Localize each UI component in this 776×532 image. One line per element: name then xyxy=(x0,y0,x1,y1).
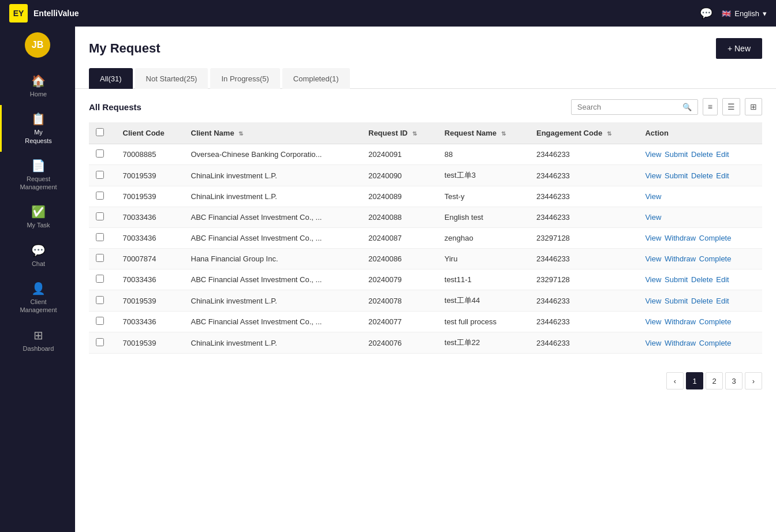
table-section-title: All Requests xyxy=(89,102,141,112)
sidebar-item-home[interactable]: 🏠 Home xyxy=(0,67,75,105)
cell-client_code-9: 70019539 xyxy=(116,332,184,354)
cell-engagement_code-9: 23446233 xyxy=(529,332,638,354)
action-view-0[interactable]: View xyxy=(645,150,661,159)
search-box[interactable]: 🔍 xyxy=(571,99,698,115)
table-row: 70019539ChinaLink investment L.P.2024007… xyxy=(89,332,762,354)
tab-completed[interactable]: Completed(1) xyxy=(282,68,350,89)
cell-client_code-8: 70033436 xyxy=(116,312,184,332)
new-button[interactable]: + New xyxy=(716,38,762,59)
cell-action-2: View xyxy=(638,186,762,207)
table-row: 70033436ABC Financial Asset Investment C… xyxy=(89,312,762,332)
cell-engagement_code-8: 23446233 xyxy=(529,312,638,332)
sidebar-item-request-management[interactable]: 📄 RequestManagement xyxy=(0,152,75,198)
avatar: JB xyxy=(25,32,50,58)
action-complete-4[interactable]: Complete xyxy=(699,234,732,242)
action-edit-1[interactable]: Edit xyxy=(716,171,729,180)
sidebar-item-client-management[interactable]: 👤 ClientManagement xyxy=(0,275,75,321)
tab-in-progress[interactable]: In Progress(5) xyxy=(210,68,279,89)
tabs-bar: All(31) Not Started(25) In Progress(5) C… xyxy=(75,68,776,89)
select-all-header[interactable] xyxy=(89,122,116,144)
pagination-prev[interactable]: ‹ xyxy=(666,372,684,389)
row-checkbox-8[interactable] xyxy=(96,317,104,325)
cell-client_name-2: ChinaLink investment L.P. xyxy=(184,186,362,207)
pagination-page-2[interactable]: 2 xyxy=(706,372,723,389)
action-delete-0[interactable]: Delete xyxy=(691,150,713,159)
my-requests-icon: 📋 xyxy=(31,112,46,126)
cell-request_id-9: 20240076 xyxy=(361,332,438,354)
action-withdraw-9[interactable]: Withdraw xyxy=(665,339,696,347)
language-selector[interactable]: 🇬🇧 English ▾ xyxy=(722,9,767,18)
sidebar-item-my-requests[interactable]: 📋 MyRequests xyxy=(0,105,75,152)
cell-request_name-3: English test xyxy=(438,207,529,228)
row-checkbox-4[interactable] xyxy=(96,233,104,241)
request-name-sort-icon: ⇅ xyxy=(501,130,506,137)
tab-all[interactable]: All(31) xyxy=(89,68,133,89)
engagement-code-sort-icon: ⇅ xyxy=(607,130,611,137)
row-checkbox-3[interactable] xyxy=(96,212,104,220)
table-header-row: Client Code Client Name ⇅ Request ID ⇅ R… xyxy=(89,122,762,144)
col-client-name[interactable]: Client Name ⇅ xyxy=(184,122,362,144)
ey-logo-icon: EY xyxy=(9,4,28,23)
action-submit-1[interactable]: Submit xyxy=(665,171,688,180)
action-view-8[interactable]: View xyxy=(645,317,661,326)
sidebar-item-dashboard[interactable]: ⊞ Dashboard xyxy=(0,321,75,359)
language-label: English xyxy=(734,9,759,18)
action-withdraw-5[interactable]: Withdraw xyxy=(665,254,696,263)
action-view-7[interactable]: View xyxy=(645,297,661,305)
action-submit-7[interactable]: Submit xyxy=(665,297,688,305)
pagination-next[interactable]: › xyxy=(745,372,762,389)
row-checkbox-6[interactable] xyxy=(96,275,104,283)
action-view-4[interactable]: View xyxy=(645,234,661,242)
sidebar-label-chat: Chat xyxy=(32,260,45,268)
action-edit-7[interactable]: Edit xyxy=(716,297,729,305)
cell-request_id-7: 20240078 xyxy=(361,290,438,312)
list-view-button[interactable]: ☰ xyxy=(722,98,740,115)
action-delete-6[interactable]: Delete xyxy=(691,275,713,284)
grid-view-button[interactable]: ⊞ xyxy=(745,98,762,115)
action-complete-5[interactable]: Complete xyxy=(699,254,732,263)
col-client-code: Client Code xyxy=(116,122,184,144)
chat-icon[interactable]: 💬 xyxy=(700,7,712,20)
action-submit-6[interactable]: Submit xyxy=(665,275,688,284)
action-edit-6[interactable]: Edit xyxy=(716,275,729,284)
layout: JB 🏠 Home 📋 MyRequests 📄 RequestManageme… xyxy=(0,27,776,532)
pagination-page-1[interactable]: 1 xyxy=(686,372,703,389)
topbar-left: EY EntelliValue xyxy=(9,4,79,23)
cell-client_name-5: Hana Financial Group Inc. xyxy=(184,249,362,269)
action-withdraw-4[interactable]: Withdraw xyxy=(665,234,696,242)
search-input[interactable] xyxy=(577,103,682,111)
col-engagement-code[interactable]: Engagement Code ⇅ xyxy=(529,122,638,144)
action-edit-0[interactable]: Edit xyxy=(716,150,729,159)
row-checkbox-0[interactable] xyxy=(96,149,104,158)
action-view-1[interactable]: View xyxy=(645,171,661,180)
action-withdraw-8[interactable]: Withdraw xyxy=(665,317,696,326)
row-checkbox-5[interactable] xyxy=(96,254,104,262)
sidebar-label-dashboard: Dashboard xyxy=(23,344,54,353)
select-all-checkbox[interactable] xyxy=(96,128,104,136)
action-view-2[interactable]: View xyxy=(645,192,661,201)
sidebar-item-my-task[interactable]: ✅ My Task xyxy=(0,198,75,236)
action-complete-9[interactable]: Complete xyxy=(699,339,732,347)
tab-not-started[interactable]: Not Started(25) xyxy=(135,68,208,89)
col-request-id[interactable]: Request ID ⇅ xyxy=(361,122,438,144)
cell-request_id-6: 20240079 xyxy=(361,269,438,290)
action-view-3[interactable]: View xyxy=(645,213,661,222)
action-view-9[interactable]: View xyxy=(645,339,661,347)
col-request-name[interactable]: Request Name ⇅ xyxy=(438,122,529,144)
row-checkbox-7[interactable] xyxy=(96,296,104,304)
action-delete-7[interactable]: Delete xyxy=(691,297,713,305)
sidebar-item-chat[interactable]: 💬 Chat xyxy=(0,237,75,275)
action-delete-1[interactable]: Delete xyxy=(691,171,713,180)
action-view-5[interactable]: View xyxy=(645,254,661,263)
action-complete-8[interactable]: Complete xyxy=(699,317,732,326)
search-icon: 🔍 xyxy=(682,103,692,111)
filter-button[interactable]: ≡ xyxy=(703,98,718,115)
row-checkbox-2[interactable] xyxy=(96,192,104,200)
action-view-6[interactable]: View xyxy=(645,275,661,284)
action-submit-0[interactable]: Submit xyxy=(665,150,688,159)
col-action: Action xyxy=(638,122,762,144)
row-checkbox-1[interactable] xyxy=(96,171,104,179)
pagination-page-3[interactable]: 3 xyxy=(725,372,743,389)
cell-client_code-4: 70033436 xyxy=(116,228,184,249)
row-checkbox-9[interactable] xyxy=(96,338,104,346)
